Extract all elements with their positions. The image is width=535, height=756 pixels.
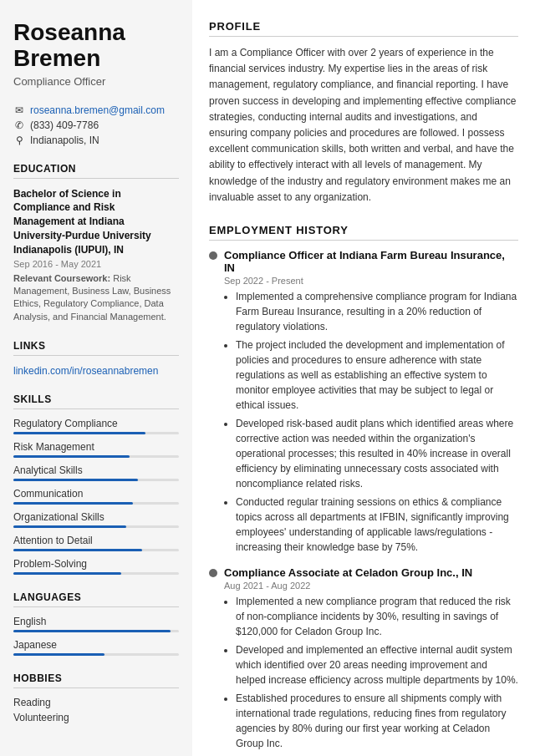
skill-name: Regulatory Compliance xyxy=(13,418,179,429)
language-name: Japanese xyxy=(13,639,179,651)
skill-bar-fill xyxy=(13,502,133,505)
skill-bar-fill xyxy=(13,572,121,575)
skills-list: Regulatory Compliance Risk Management An… xyxy=(13,418,179,575)
phone-text: (833) 409-7786 xyxy=(30,119,99,131)
hobbies-title: HOBBIES xyxy=(13,672,179,688)
phone-item: ✆ (833) 409-7786 xyxy=(13,119,179,131)
skill-item: Risk Management xyxy=(13,441,179,458)
skill-item: Regulatory Compliance xyxy=(13,418,179,434)
edu-coursework: Relevant Coursework: Risk Management, Bu… xyxy=(13,272,179,324)
skill-name: Problem-Solving xyxy=(13,558,179,570)
language-item: Japanese xyxy=(13,639,179,656)
location-item: ⚲ Indianapolis, IN xyxy=(13,134,179,146)
job-bullets: Implemented a new compliance program tha… xyxy=(224,594,518,751)
skill-name: Analytical Skills xyxy=(13,464,179,476)
skill-bar-fill xyxy=(13,549,142,551)
profile-section: PROFILE I am a Compliance Officer with o… xyxy=(209,20,518,205)
education-title: EDUCATION xyxy=(13,163,179,179)
skill-bar-bg xyxy=(13,572,179,575)
location-icon: ⚲ xyxy=(13,134,25,146)
skill-bar-fill xyxy=(13,525,126,528)
contact-block: ✉ roseanna.bremen@gmail.com ✆ (833) 409-… xyxy=(13,104,179,146)
skills-section: SKILLS Regulatory Compliance Risk Manage… xyxy=(13,393,179,575)
job-date: Sep 2022 - Present xyxy=(224,276,518,286)
bullet-item: Conducted regular training sessions on e… xyxy=(236,495,518,555)
language-item: English xyxy=(13,616,179,632)
job-item: Compliance Associate at Celadon Group In… xyxy=(209,566,518,751)
language-bar-fill xyxy=(13,630,171,632)
skill-bar-bg xyxy=(13,455,179,458)
skill-bar-bg xyxy=(13,525,179,528)
name-block: Roseanna Bremen Compliance Officer xyxy=(13,20,179,88)
bullet-item: Implemented a new compliance program tha… xyxy=(236,594,518,639)
languages-section: LANGUAGES English Japanese xyxy=(13,591,179,656)
hobby-item: Reading xyxy=(13,697,179,708)
skill-bar-bg xyxy=(13,479,179,481)
skill-item: Analytical Skills xyxy=(13,464,179,481)
employment-title: EMPLOYMENT HISTORY xyxy=(209,224,518,241)
language-bar-bg xyxy=(13,630,179,632)
job-header: Compliance Officer at Indiana Farm Burea… xyxy=(209,249,518,274)
skill-bar-bg xyxy=(13,549,179,551)
skill-name: Attention to Detail xyxy=(13,535,179,546)
skill-name: Organizational Skills xyxy=(13,511,179,523)
profile-text: I am a Compliance Officer with over 2 ye… xyxy=(209,45,518,205)
job-header: Compliance Associate at Celadon Group In… xyxy=(209,566,518,579)
email-item: ✉ roseanna.bremen@gmail.com xyxy=(13,104,179,116)
email-icon: ✉ xyxy=(13,104,25,116)
email-link[interactable]: roseanna.bremen@gmail.com xyxy=(30,104,165,116)
bullet-item: The project included the development and… xyxy=(236,337,518,413)
person-name: Roseanna Bremen xyxy=(13,20,179,72)
profile-title: PROFILE xyxy=(209,20,518,37)
skill-bar-fill xyxy=(13,455,130,458)
bullet-item: Developed and implemented an effective i… xyxy=(236,642,518,688)
language-name: English xyxy=(13,616,179,627)
skill-item: Attention to Detail xyxy=(13,535,179,551)
phone-icon: ✆ xyxy=(13,119,25,131)
skill-item: Problem-Solving xyxy=(13,558,179,575)
edu-dates: Sep 2016 - May 2021 xyxy=(13,259,179,269)
education-section: EDUCATION Bachelor of Science in Complia… xyxy=(13,163,179,324)
links-title: LINKS xyxy=(13,340,179,356)
skill-bar-bg xyxy=(13,502,179,505)
hobby-item: Volunteering xyxy=(13,712,179,723)
skill-item: Communication xyxy=(13,488,179,505)
job-title-text: Compliance Officer at Indiana Farm Burea… xyxy=(224,249,518,274)
location-text: Indianapolis, IN xyxy=(30,134,99,146)
language-bar-bg xyxy=(13,653,179,656)
jobs-list: Compliance Officer at Indiana Farm Burea… xyxy=(209,249,518,751)
linkedin-link[interactable]: linkedin.com/in/roseannabremen xyxy=(13,365,158,377)
hobbies-list: ReadingVolunteering xyxy=(13,697,179,723)
bullet-item: Developed risk-based audit plans which i… xyxy=(236,416,518,491)
links-section: LINKS linkedin.com/in/roseannabremen xyxy=(13,340,179,377)
skills-title: SKILLS xyxy=(13,393,179,409)
job-dot xyxy=(209,569,217,577)
skill-item: Organizational Skills xyxy=(13,511,179,528)
language-bar-fill xyxy=(13,653,104,656)
sidebar: Roseanna Bremen Compliance Officer ✉ ros… xyxy=(0,0,192,756)
skill-name: Risk Management xyxy=(13,441,179,453)
skill-bar-fill xyxy=(13,432,145,434)
job-dot xyxy=(209,251,217,260)
languages-list: English Japanese xyxy=(13,616,179,656)
hobbies-section: HOBBIES ReadingVolunteering xyxy=(13,672,179,723)
job-item: Compliance Officer at Indiana Farm Burea… xyxy=(209,249,518,555)
skill-bar-fill xyxy=(13,479,138,481)
bullet-item: Established procedures to ensure all shi… xyxy=(236,691,518,751)
languages-title: LANGUAGES xyxy=(13,591,179,607)
bullet-item: Implemented a comprehensive compliance p… xyxy=(236,289,518,334)
main-content: PROFILE I am a Compliance Officer with o… xyxy=(192,0,535,756)
employment-section: EMPLOYMENT HISTORY Compliance Officer at… xyxy=(209,224,518,751)
job-bullets: Implemented a comprehensive compliance p… xyxy=(224,289,518,555)
job-date: Aug 2021 - Aug 2022 xyxy=(224,581,518,591)
job-title: Compliance Officer xyxy=(13,75,179,88)
edu-degree: Bachelor of Science in Compliance and Ri… xyxy=(13,187,179,257)
skill-bar-bg xyxy=(13,432,179,434)
job-title-text: Compliance Associate at Celadon Group In… xyxy=(224,566,472,579)
skill-name: Communication xyxy=(13,488,179,500)
